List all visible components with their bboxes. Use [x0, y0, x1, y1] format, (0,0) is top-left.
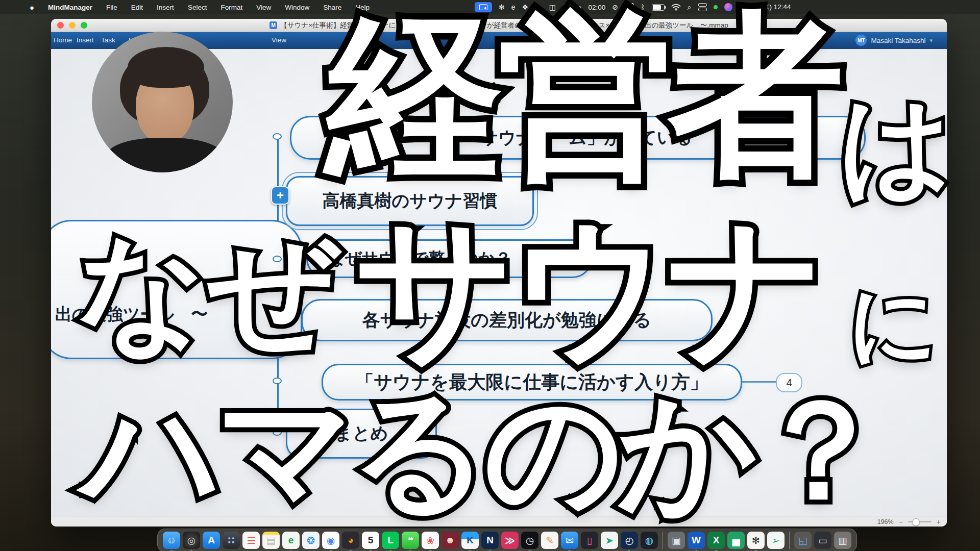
tab-insert[interactable]: Insert	[77, 36, 94, 44]
messages-glyph: ❝	[407, 535, 413, 546]
avatar: MT	[855, 35, 867, 46]
send-app-glyph: ➤	[605, 535, 614, 546]
menu-item-file[interactable]: File	[106, 4, 117, 11]
phone-mirroring-dock-icon[interactable]: ▯	[581, 532, 598, 549]
firefox-dock-icon[interactable]: ◕	[342, 532, 359, 549]
dock-separator	[789, 532, 790, 549]
trash-glyph: ▥	[838, 535, 847, 546]
document-icon: M	[270, 21, 277, 29]
chart-app-dock-icon[interactable]: ▅	[727, 532, 745, 549]
menu-item-select[interactable]: Select	[188, 4, 207, 11]
chart-app-glyph: ▅	[732, 535, 740, 546]
caption-hamarunoka: ハマるのか？ハマるのか？	[83, 382, 883, 518]
zoom-slider[interactable]	[908, 521, 932, 522]
zoom-button[interactable]	[81, 22, 87, 29]
safari-dock-icon[interactable]: ❂	[302, 532, 320, 549]
dark-browser-glyph: ◍	[645, 535, 654, 546]
tab-home[interactable]: Home	[54, 36, 72, 44]
evernote-dock-icon[interactable]: e	[282, 532, 300, 549]
camera-app-glyph: ◎	[187, 535, 196, 546]
tab-task[interactable]: Task	[101, 36, 115, 44]
send-app-dock-icon[interactable]: ➤	[601, 532, 618, 549]
notes-glyph: ▤	[266, 535, 276, 546]
zoom-out-button[interactable]: −	[899, 518, 903, 526]
notion-glyph: N	[486, 535, 494, 546]
watch-app-dock-icon[interactable]: ◷	[521, 532, 538, 549]
minimize-button[interactable]	[69, 22, 76, 29]
screenshot-preview-dock-icon[interactable]: ▣	[668, 532, 685, 549]
mail-dock-icon[interactable]: ✉	[561, 532, 578, 549]
app-store-dock-icon[interactable]: A	[203, 532, 220, 549]
camera-app-dock-icon[interactable]: ◎	[183, 532, 200, 549]
editor-app-glyph: ✎	[546, 535, 554, 546]
photos-glyph: ❀	[426, 535, 434, 546]
menu-item-insert[interactable]: Insert	[157, 4, 174, 11]
zoom-slider-knob[interactable]	[912, 518, 920, 526]
keynote-dock-icon[interactable]: K	[461, 532, 479, 549]
people-app-dock-icon[interactable]: ☻	[442, 532, 459, 549]
chatgpt-glyph: ✻	[752, 535, 760, 546]
account-name: Masaki Takahashi	[871, 37, 925, 44]
close-button[interactable]	[57, 22, 64, 29]
connection-point[interactable]	[273, 133, 282, 140]
caption-wa: はは	[839, 90, 953, 201]
reminders-dock-icon[interactable]: ☰	[242, 532, 260, 549]
notes-dock-icon[interactable]: ▤	[262, 532, 280, 549]
word-dock-icon[interactable]: W	[688, 532, 705, 549]
traffic-lights	[57, 22, 87, 29]
menu-bar-left: ● MindManager File Edit Insert Select Fo…	[30, 3, 370, 12]
photos-dock-icon[interactable]: ❀	[422, 532, 439, 549]
launchpad-dock-icon[interactable]: ∷	[223, 532, 240, 549]
excel-dock-icon[interactable]: X	[707, 532, 725, 549]
apple-menu-icon[interactable]: ●	[30, 3, 34, 12]
watch-app-glyph: ◷	[526, 535, 534, 546]
bolt-app-dock-icon[interactable]: ➢	[767, 532, 785, 549]
calendar-dock-icon[interactable]: 5	[362, 532, 379, 549]
menu-item-edit[interactable]: Edit	[131, 4, 143, 11]
dock: ☺◎A∷☰▤e❂◉◕5L❝❀☻KN≫◷✎✉▯➤◴◍▣WX▅✻➢◱▭▥	[157, 529, 857, 551]
finder-dock-icon[interactable]: ☺	[163, 532, 180, 549]
phone-mirroring-glyph: ▯	[587, 535, 592, 546]
trash-dock-icon[interactable]: ▥	[834, 532, 851, 549]
firefox-glyph: ◕	[348, 535, 353, 546]
account-menu[interactable]: MT Masaki Takahashi ▾	[855, 35, 933, 46]
minimized-window-dock-icon[interactable]: ▭	[814, 532, 831, 549]
zoom-in-button[interactable]: +	[937, 518, 941, 526]
dark-browser-dock-icon[interactable]: ◍	[641, 532, 658, 549]
menu-item-window[interactable]: Window	[285, 4, 309, 11]
chevrons-app-glyph: ≫	[505, 535, 515, 546]
clock-dock-icon[interactable]: ◴	[621, 532, 638, 549]
caption-sauna: サウナサウナ	[355, 210, 824, 366]
word-glyph: W	[692, 535, 701, 546]
chrome-glyph: ◉	[327, 535, 335, 546]
plus-icon: +	[277, 188, 284, 203]
mail-glyph: ✉	[566, 535, 574, 546]
menu-item-format[interactable]: Format	[220, 4, 242, 11]
chevrons-app-dock-icon[interactable]: ≫	[501, 532, 519, 549]
chatgpt-dock-icon[interactable]: ✻	[747, 532, 765, 549]
menu-app-name[interactable]: MindManager	[48, 4, 92, 11]
chrome-dock-icon[interactable]: ◉	[322, 532, 339, 549]
reminders-glyph: ☰	[247, 535, 255, 546]
line-dock-icon[interactable]: L	[382, 532, 399, 549]
add-topic-button[interactable]: +	[271, 186, 289, 205]
presenter-webcam	[92, 32, 233, 172]
caption-ni: にに	[848, 280, 938, 367]
messages-dock-icon[interactable]: ❝	[402, 532, 419, 549]
line-glyph: L	[387, 535, 394, 546]
bolt-app-glyph: ➢	[772, 535, 780, 546]
downloads-folder-glyph: ◱	[798, 535, 807, 546]
screenshot-preview-glyph: ▣	[672, 535, 681, 546]
menu-item-view[interactable]: View	[256, 4, 271, 11]
launchpad-glyph: ∷	[228, 535, 234, 546]
evernote-glyph: e	[288, 535, 294, 546]
downloads-folder-dock-icon[interactable]: ◱	[794, 532, 812, 549]
excel-glyph: X	[713, 535, 720, 546]
clock-glyph: ◴	[625, 535, 634, 546]
editor-app-dock-icon[interactable]: ✎	[541, 532, 558, 549]
people-app-glyph: ☻	[445, 535, 455, 546]
tab-view[interactable]: View	[272, 36, 286, 44]
dock-separator	[663, 532, 663, 549]
keynote-glyph: K	[467, 535, 474, 546]
notion-dock-icon[interactable]: N	[481, 532, 499, 549]
